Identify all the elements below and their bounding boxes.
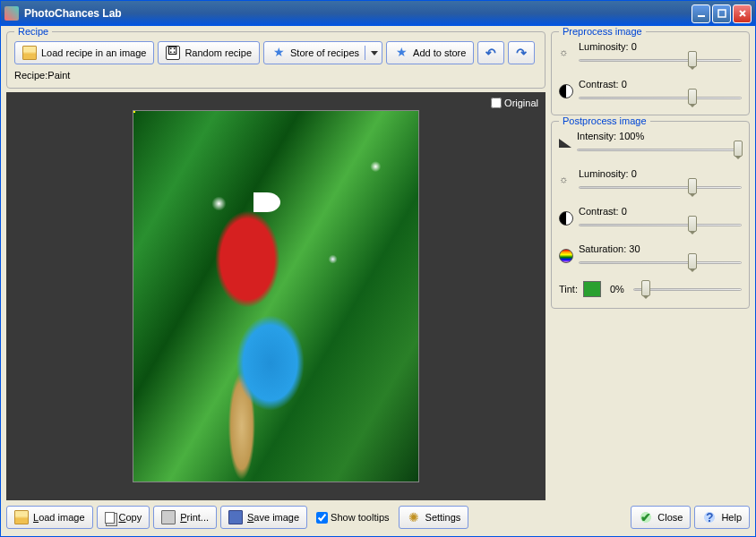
star-icon: ★ bbox=[271, 46, 286, 60]
preview-image bbox=[133, 110, 419, 482]
post-intensity-label: Intensity: 100% bbox=[577, 131, 742, 141]
tooltips-label: Show tooltips bbox=[331, 512, 389, 523]
folder-icon bbox=[14, 510, 29, 524]
chevron-down-icon bbox=[371, 51, 378, 55]
slider-thumb[interactable] bbox=[688, 178, 697, 194]
sun-icon: ☼ bbox=[559, 47, 573, 61]
close-icon bbox=[738, 9, 747, 18]
save-icon bbox=[228, 510, 243, 524]
pre-contrast-label: Contrast: 0 bbox=[579, 79, 742, 90]
pre-luminosity-label: Luminosity: 0 bbox=[579, 41, 742, 52]
pre-contrast-slider[interactable] bbox=[579, 91, 742, 104]
bottom-toolbar: Load image Copy Print... Save image Show… bbox=[6, 504, 546, 531]
pre-luminosity-slider[interactable] bbox=[579, 54, 742, 66]
titlebar[interactable]: PhotoChances Lab bbox=[1, 1, 755, 26]
store-dropdown-toggle[interactable] bbox=[365, 46, 378, 60]
redo-button[interactable]: ↶ bbox=[508, 41, 535, 64]
sun-icon: ☼ bbox=[559, 174, 573, 188]
tint-label: Tint: bbox=[559, 284, 578, 294]
undo-button[interactable]: ↶ bbox=[477, 41, 504, 64]
load-image-label: Load image bbox=[33, 512, 85, 523]
save-image-button[interactable]: Save image bbox=[220, 506, 307, 529]
print-label: Print... bbox=[180, 512, 209, 523]
tooltips-toggle[interactable]: Show tooltips bbox=[316, 512, 389, 524]
copy-icon bbox=[105, 512, 115, 524]
recipe-name-row: Recipe:Paint bbox=[14, 70, 537, 81]
svg-rect-1 bbox=[718, 10, 726, 17]
check-icon: ✔ bbox=[639, 510, 653, 524]
close-window-button[interactable] bbox=[733, 4, 752, 23]
pre-contrast-row: Contrast: 0 bbox=[559, 79, 742, 104]
slider-thumb[interactable] bbox=[688, 216, 697, 232]
maximize-icon bbox=[717, 9, 726, 18]
tooltips-checkbox[interactable] bbox=[316, 512, 328, 524]
image-canvas[interactable]: Original bbox=[6, 92, 546, 500]
app-icon bbox=[4, 6, 19, 21]
help-button[interactable]: ? Help bbox=[694, 506, 750, 529]
minimize-button[interactable] bbox=[692, 4, 710, 23]
minimize-icon bbox=[697, 9, 706, 18]
recipe-group: Recipe Load recipe in an image Random re… bbox=[6, 31, 546, 89]
window-controls bbox=[692, 4, 752, 23]
selection-handle[interactable] bbox=[133, 110, 135, 113]
app-window: PhotoChances Lab Recipe Load recipe in a… bbox=[0, 0, 756, 537]
postprocess-group: Postprocess image Intensity: 100% bbox=[551, 121, 750, 309]
saturation-icon bbox=[559, 249, 573, 263]
slider-thumb[interactable] bbox=[641, 280, 650, 296]
post-tint-slider[interactable] bbox=[633, 283, 742, 295]
load-image-button[interactable]: Load image bbox=[6, 506, 93, 529]
right-bottom-bar: ✔ Close ? Help bbox=[551, 504, 750, 531]
contrast-icon bbox=[559, 211, 573, 226]
post-intensity-slider[interactable] bbox=[577, 143, 742, 156]
close-label: Close bbox=[657, 512, 683, 523]
copy-button[interactable]: Copy bbox=[97, 506, 150, 529]
close-button[interactable]: ✔ Close bbox=[631, 506, 691, 529]
original-toggle[interactable]: Original bbox=[491, 98, 538, 108]
store-recipes-button[interactable]: ★ Store of recipes bbox=[263, 41, 382, 64]
slider-thumb[interactable] bbox=[688, 51, 697, 67]
slider-thumb[interactable] bbox=[734, 141, 743, 157]
original-checkbox[interactable] bbox=[491, 98, 502, 108]
recipe-legend: Recipe bbox=[14, 26, 52, 37]
post-luminosity-row: ☼ Luminosity: 0 bbox=[559, 168, 742, 193]
load-recipe-button[interactable]: Load recipe in an image bbox=[14, 41, 154, 64]
post-saturation-slider[interactable] bbox=[579, 256, 742, 268]
window-title: PhotoChances Lab bbox=[24, 7, 692, 20]
post-saturation-label: Saturation: 30 bbox=[579, 243, 742, 254]
recipe-name-label: Recipe: bbox=[14, 70, 47, 81]
random-recipe-label: Random recipe bbox=[185, 47, 252, 58]
slider-thumb[interactable] bbox=[688, 253, 697, 269]
gear-icon: ✺ bbox=[407, 510, 421, 524]
post-contrast-label: Contrast: 0 bbox=[579, 206, 742, 217]
tint-value: 0% bbox=[610, 284, 624, 294]
print-icon bbox=[161, 510, 176, 524]
post-luminosity-slider[interactable] bbox=[579, 181, 742, 193]
maximize-button[interactable] bbox=[712, 4, 731, 23]
star-add-icon: ★ bbox=[394, 46, 408, 60]
print-button[interactable]: Print... bbox=[153, 506, 217, 529]
post-saturation-row: Saturation: 30 bbox=[559, 243, 742, 268]
svg-rect-0 bbox=[698, 15, 705, 17]
pre-luminosity-row: ☼ Luminosity: 0 bbox=[559, 41, 742, 66]
load-recipe-label: Load recipe in an image bbox=[41, 47, 146, 58]
recipe-name-value: Paint bbox=[47, 70, 70, 81]
intensity-icon bbox=[559, 139, 571, 148]
original-label: Original bbox=[504, 98, 538, 108]
add-to-store-button[interactable]: ★ Add to store bbox=[386, 41, 474, 64]
settings-button[interactable]: ✺ Settings bbox=[399, 506, 469, 529]
right-column: Preprocess image ☼ Luminosity: 0 bbox=[551, 31, 750, 531]
help-label: Help bbox=[721, 512, 742, 523]
content-area: Recipe Load recipe in an image Random re… bbox=[1, 26, 755, 536]
save-image-label: Save image bbox=[247, 512, 299, 523]
left-column: Recipe Load recipe in an image Random re… bbox=[6, 31, 546, 531]
slider-thumb[interactable] bbox=[688, 89, 697, 105]
recipe-toolbar: Load recipe in an image Random recipe ★ … bbox=[14, 41, 537, 64]
post-contrast-slider[interactable] bbox=[579, 218, 742, 231]
tint-swatch[interactable] bbox=[583, 281, 601, 297]
random-recipe-button[interactable]: Random recipe bbox=[158, 41, 260, 64]
redo-icon: ↶ bbox=[516, 46, 527, 60]
postprocess-legend: Postprocess image bbox=[559, 115, 650, 126]
store-recipes-label: Store of recipes bbox=[290, 47, 359, 58]
post-tint-row: Tint: 0% bbox=[559, 281, 742, 297]
add-to-store-label: Add to store bbox=[413, 47, 466, 58]
